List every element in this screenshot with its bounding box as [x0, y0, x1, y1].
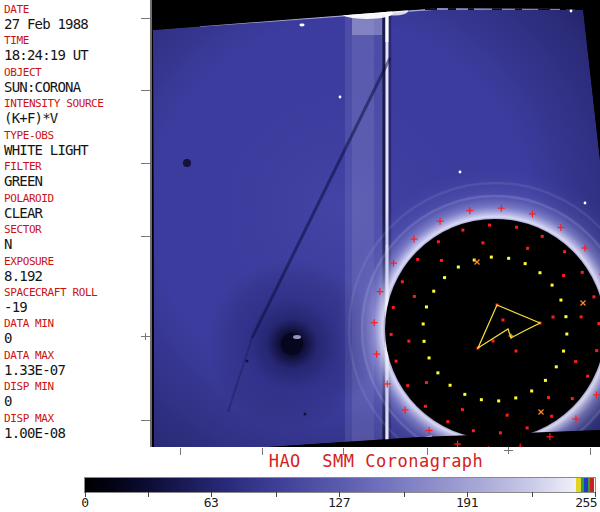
- metadata-entry: DATA MAX1.33E-07: [4, 349, 150, 380]
- metadata-value: CLEAR: [4, 205, 150, 222]
- colorbar-annotation-stripe: [590, 478, 594, 492]
- colorbar-tick-label: 255: [575, 495, 597, 510]
- metadata-label: SPACECRAFT ROLL: [4, 286, 150, 299]
- metadata-entry: DATE27 Feb 1988: [4, 3, 150, 34]
- frame-tick: [141, 163, 150, 164]
- metadata-entry: DISP MIN0: [4, 380, 150, 411]
- colorbar-minor-tick: [532, 492, 533, 497]
- sun-center-cross: [145, 333, 146, 340]
- white-speck: [339, 96, 342, 99]
- metadata-value: WHITE LIGHT: [4, 142, 150, 159]
- white-speck: [299, 24, 304, 27]
- metadata-value: 18:24:19 UT: [4, 47, 150, 64]
- metadata-label: DATA MIN: [4, 317, 150, 330]
- metadata-entry: FILTERGREEN: [4, 160, 150, 191]
- coronagraph-scene: [152, 0, 600, 447]
- metadata-value: 1.33E-07: [4, 362, 150, 379]
- frame-tick: [427, 448, 428, 455]
- occulting-disk: [385, 219, 600, 439]
- metadata-value: 0: [4, 330, 150, 347]
- metadata-label: DISP MAX: [4, 412, 150, 425]
- metadata-entry: OBJECTSUN:CORONA: [4, 66, 150, 97]
- metadata-label: TIME: [4, 34, 150, 47]
- colorbar-minor-tick: [148, 492, 149, 497]
- frame-tick: [141, 90, 150, 91]
- metadata-label: EXPOSURE: [4, 255, 150, 268]
- metadata-value: -19: [4, 299, 150, 316]
- colorbar-minor-tick: [404, 492, 405, 497]
- white-speck: [570, 10, 573, 13]
- metadata-label: SECTOR: [4, 223, 150, 236]
- colorbar-gradient: [85, 478, 595, 492]
- metadata-label: DISP MIN: [4, 380, 150, 393]
- metadata-entry: POLAROIDCLEAR: [4, 192, 150, 223]
- colorbar: [84, 477, 596, 493]
- frame-tick: [141, 420, 150, 421]
- metadata-value: SUN:CORONA: [4, 79, 150, 96]
- metadata-value: 8.192: [4, 268, 150, 285]
- dark-spot: [183, 159, 191, 167]
- frame-tick: [180, 448, 181, 455]
- colorbar-tick-label: 63: [204, 495, 219, 510]
- white-speck: [584, 202, 587, 205]
- metadata-entry: TIME18:24:19 UT: [4, 34, 150, 65]
- colorbar-tick-label: 191: [456, 495, 478, 510]
- metadata-value: GREEN: [4, 173, 150, 190]
- metadata-label: OBJECT: [4, 66, 150, 79]
- metadata-value: 27 Feb 1988: [4, 16, 150, 33]
- sun-center-cross: [504, 450, 513, 451]
- metadata-entry: INTENSITY SOURCE(K+F)*V: [4, 97, 150, 128]
- metadata-value: 0: [4, 393, 150, 410]
- metadata-label: TYPE-OBS: [4, 129, 150, 142]
- metadata-label: INTENSITY SOURCE: [4, 97, 150, 110]
- metadata-sidebar: DATE27 Feb 1988TIME18:24:19 UTOBJECTSUN:…: [0, 0, 150, 447]
- white-speck: [459, 171, 462, 174]
- frame-tick: [141, 236, 150, 237]
- app-window: DATE27 Feb 1988TIME18:24:19 UTOBJECTSUN:…: [0, 0, 600, 512]
- metadata-entry: SECTORN: [4, 223, 150, 254]
- metadata-entry: DISP MAX1.00E-08: [4, 412, 150, 443]
- frame-tick: [262, 448, 263, 455]
- colorbar-tick-label: 0: [81, 495, 88, 510]
- colorbar-minor-tick: [276, 492, 277, 497]
- metadata-label: DATE: [4, 3, 150, 16]
- metadata-entry: SPACECRAFT ROLL-19: [4, 286, 150, 317]
- frame-tick: [343, 448, 344, 455]
- metadata-value: N: [4, 236, 150, 253]
- frame-tick: [590, 448, 591, 455]
- metadata-entry: TYPE-OBSWHITE LIGHT: [4, 129, 150, 160]
- metadata-label: DATA MAX: [4, 349, 150, 362]
- metadata-value: 1.00E-08: [4, 425, 150, 442]
- metadata-entry: EXPOSURE8.192: [4, 255, 150, 286]
- metadata-entry: DATA MIN0: [4, 317, 150, 348]
- image-title: HAO SMM Coronagraph: [155, 451, 597, 471]
- metadata-value: (K+F)*V: [4, 110, 150, 127]
- coronagraph-image-panel: [152, 0, 600, 447]
- metadata-label: POLAROID: [4, 192, 150, 205]
- frame-tick: [141, 18, 150, 19]
- metadata-label: FILTER: [4, 160, 150, 173]
- colorbar-tick-label: 127: [328, 495, 350, 510]
